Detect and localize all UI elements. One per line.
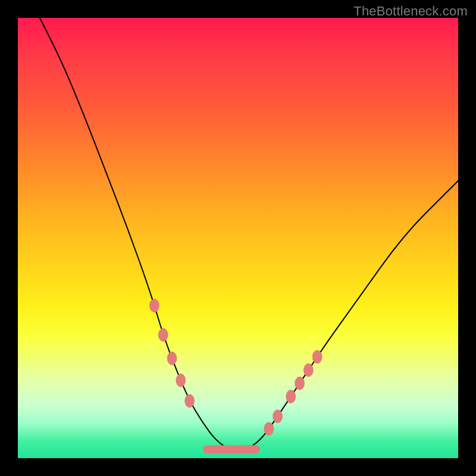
- curve-marker: [303, 364, 313, 377]
- curve-marker: [295, 377, 305, 390]
- curve-svg: [18, 18, 458, 458]
- curve-marker: [185, 394, 195, 408]
- chart-frame: TheBottleneck.com: [0, 0, 476, 476]
- curve-marker: [312, 350, 322, 364]
- left-markers: [149, 299, 194, 408]
- curve-marker: [264, 422, 274, 436]
- curve-marker: [286, 390, 296, 403]
- curve-marker: [167, 352, 177, 365]
- watermark-text: TheBottleneck.com: [353, 4, 468, 19]
- plot-area: [18, 18, 458, 458]
- bottleneck-curve: [40, 18, 458, 449]
- curve-marker: [149, 299, 159, 312]
- curve-marker: [176, 374, 186, 387]
- curve-marker: [273, 410, 283, 423]
- curve-marker: [158, 328, 168, 342]
